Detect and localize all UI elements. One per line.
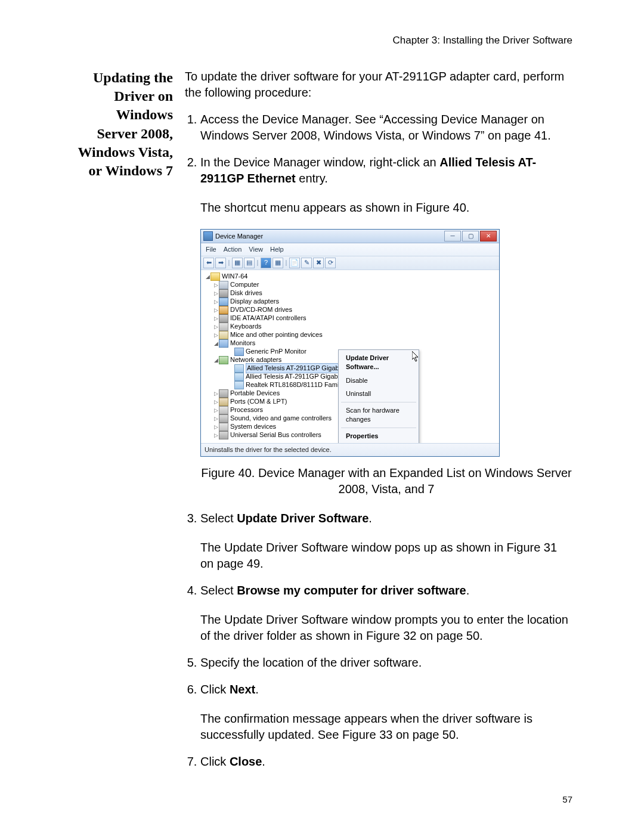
window-title: Device Manager — [215, 232, 443, 241]
expand-icon[interactable]: ▷ — [213, 281, 219, 289]
category-icon — [219, 339, 228, 348]
tree-root-label: WIN7-64 — [222, 272, 247, 281]
category-icon — [219, 423, 228, 431]
expand-icon[interactable]: ▷ — [213, 432, 219, 439]
context-menu-item[interactable]: Properties — [340, 429, 417, 443]
tree-category-label: Monitors — [230, 339, 255, 348]
toolbar-forward-icon[interactable]: ➡ — [215, 258, 226, 268]
toolbar-scan-icon[interactable]: ⟳ — [325, 258, 336, 268]
tree-category-label: Universal Serial Bus controllers — [230, 431, 321, 439]
window-minimize-button[interactable]: ─ — [444, 231, 461, 241]
menu-view[interactable]: View — [249, 245, 263, 254]
category-icon — [219, 298, 228, 306]
step-2-after: The shortcut menu appears as shown in Fi… — [200, 200, 572, 216]
expand-icon[interactable]: ▷ — [213, 415, 219, 422]
category-icon — [219, 406, 228, 414]
expand-icon[interactable]: ▷ — [213, 407, 219, 414]
step-6-bold: Next — [230, 683, 255, 696]
tree-category-label: Processors — [230, 405, 263, 414]
expand-icon[interactable]: ▷ — [213, 423, 219, 431]
window-titlebar: Device Manager ─ ▢ ✕ — [201, 230, 499, 243]
tree-category[interactable]: ▷IDE ATA/ATAPI controllers — [205, 314, 499, 323]
tree-category[interactable]: ▷Mice and other pointing devices — [205, 331, 499, 339]
context-menu-item[interactable]: Update Driver Software... — [340, 351, 417, 374]
expand-icon[interactable]: ▷ — [213, 398, 219, 405]
step-3-post: . — [369, 512, 372, 525]
toolbar-separator: | — [284, 258, 288, 268]
step-6-post: . — [255, 683, 259, 696]
category-icon — [219, 323, 228, 331]
expand-icon[interactable]: ▷ — [213, 306, 219, 314]
step-4: Select Browse my computer for driver sof… — [200, 583, 572, 644]
expand-icon[interactable]: ▷ — [213, 315, 219, 322]
tree-category[interactable]: ▷Display adapters — [205, 298, 499, 306]
tree-category-label: Sound, video and game controllers — [230, 414, 332, 423]
category-icon — [219, 356, 228, 364]
menu-separator — [341, 402, 416, 402]
step-5-text: Specify the location of the driver softw… — [200, 656, 422, 669]
expand-icon[interactable]: ▷ — [213, 298, 219, 305]
tree-category[interactable]: ▷DVD/CD-ROM drives — [205, 306, 499, 314]
tree-category[interactable]: ▷Computer — [205, 281, 499, 289]
toolbar-back-icon[interactable]: ⬅ — [203, 258, 214, 268]
chapter-header: Chapter 3: Installing the Driver Softwar… — [393, 35, 572, 47]
step-7: Click Close. — [200, 754, 572, 770]
tree-category[interactable]: ◢Monitors — [205, 339, 499, 348]
step-7-bold: Close — [230, 755, 262, 768]
expand-icon[interactable]: ▷ — [213, 332, 219, 339]
toolbar-separator: | — [256, 258, 259, 268]
window-icon — [203, 231, 213, 241]
toolbar-properties-icon[interactable]: 📄 — [289, 258, 300, 268]
toolbar-list-icon[interactable]: ▦ — [232, 258, 243, 268]
menu-file[interactable]: File — [206, 245, 216, 254]
menu-action[interactable]: Action — [224, 245, 242, 254]
step-1: Access the Device Manager. See “Accessin… — [200, 112, 572, 144]
collapse-icon[interactable]: ◢ — [213, 340, 219, 347]
tree-category-label: Disk drives — [230, 289, 262, 298]
expand-icon[interactable]: ▷ — [213, 290, 219, 297]
menu-help[interactable]: Help — [270, 245, 284, 254]
device-manager-window: Device Manager ─ ▢ ✕ File Action View He… — [200, 229, 500, 457]
step-6-pre: Click — [200, 683, 230, 696]
section-heading: Updating the Driver on Windows Server 20… — [78, 69, 173, 180]
tree-category-label: Portable Devices — [230, 389, 280, 398]
toolbar-category-icon[interactable]: ▦ — [273, 258, 283, 268]
window-close-button[interactable]: ✕ — [480, 231, 497, 241]
context-menu-item[interactable]: Uninstall — [340, 387, 417, 401]
menu-bar: File Action View Help — [201, 243, 499, 256]
tree-category[interactable]: ▷Disk drives — [205, 289, 499, 298]
tree-category-label: IDE ATA/ATAPI controllers — [230, 314, 306, 323]
tree-category-label: Computer — [230, 280, 259, 289]
toolbar-update-icon[interactable]: ✎ — [301, 258, 312, 268]
window-maximize-button[interactable]: ▢ — [462, 231, 479, 241]
step-3-after: The Update Driver Software window pops u… — [200, 540, 572, 572]
step-3-pre: Select — [200, 512, 237, 525]
toolbar-detail-icon[interactable]: ▤ — [244, 258, 255, 268]
step-6: Click Next. The confirmation message app… — [200, 682, 572, 743]
step-6-after: The confirmation message appears when th… — [200, 711, 572, 743]
context-menu-item[interactable]: Scan for hardware changes — [340, 404, 417, 426]
tree-root[interactable]: ◢ WIN7-64 — [205, 272, 499, 281]
tree-category-label: Display adapters — [230, 297, 279, 306]
category-icon — [219, 289, 228, 298]
collapse-icon[interactable]: ◢ — [213, 357, 219, 364]
context-menu-item[interactable]: Disable — [340, 374, 417, 388]
page-number: 57 — [562, 794, 572, 804]
step-4-bold: Browse my computer for driver software — [237, 584, 466, 597]
collapse-icon[interactable]: ◢ — [205, 273, 210, 280]
device-icon — [234, 373, 244, 381]
toolbar-help-icon[interactable]: ? — [261, 258, 271, 268]
step-4-pre: Select — [200, 584, 237, 597]
tree-device-label: Generic PnP Monitor — [246, 347, 306, 356]
tree-category[interactable]: ▷Keyboards — [205, 323, 499, 331]
category-icon — [219, 398, 228, 406]
tree-category-label: DVD/CD-ROM drives — [230, 305, 292, 314]
expand-icon[interactable]: ▷ — [213, 323, 219, 330]
category-icon — [219, 331, 228, 339]
toolbar-uninstall-icon[interactable]: ✖ — [313, 258, 324, 268]
tool-bar: ⬅ ➡ | ▦ ▤ | ? ▦ | 📄 ✎ ✖ ⟳ — [201, 256, 499, 270]
category-icon — [219, 314, 228, 323]
expand-icon[interactable]: ▷ — [213, 390, 219, 397]
device-icon — [234, 381, 244, 389]
status-bar: Uninstalls the driver for the selected d… — [201, 444, 499, 456]
